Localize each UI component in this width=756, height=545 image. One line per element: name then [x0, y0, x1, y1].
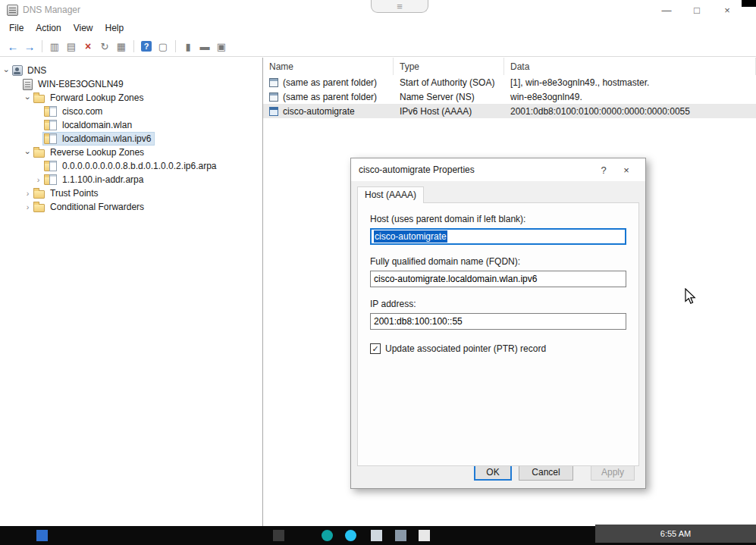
menu-view[interactable]: View: [67, 20, 99, 36]
ip-address-input[interactable]: [370, 313, 626, 330]
tab-host-aaaa[interactable]: Host (AAAA): [357, 186, 424, 203]
chevron-down-icon[interactable]: ›: [23, 93, 33, 103]
show-hide-console-tree-icon[interactable]: ▥: [46, 39, 63, 54]
host-input[interactable]: cisco-automigrate: [370, 228, 626, 245]
tree-item-label: Conditional Forwarders: [49, 202, 144, 212]
record-row-aaaa-selected[interactable]: cisco-automigrate IPv6 Host (AAAA) 2001:…: [263, 104, 756, 118]
menu-file[interactable]: File: [3, 20, 30, 36]
tree-item-label: DNS: [27, 65, 46, 76]
tree-item-dns[interactable]: › DNS: [0, 64, 262, 77]
taskbar-app-icon-4[interactable]: [345, 530, 356, 541]
tree-item-trust-points[interactable]: › Trust Points: [0, 186, 262, 200]
properties-icon[interactable]: ▤: [63, 39, 80, 54]
screen-corner: [742, 0, 756, 7]
delete-icon[interactable]: ×: [80, 39, 96, 54]
taskbar-app-icon-7[interactable]: [419, 530, 430, 541]
record-data: 2001:0db8:0100:0100:0000:0000:0000:0055: [504, 106, 756, 117]
dns-root-icon: [12, 65, 23, 76]
record-data: [1], win-e8e3ognln49., hostmaster.: [504, 77, 756, 88]
console-tree-pane: › DNS WIN-E8E3OGNLN49 › Forward Lookup Z…: [0, 58, 263, 526]
help-glyph: ?: [141, 41, 152, 52]
chevron-down-icon[interactable]: ›: [23, 148, 33, 158]
list-header: Name Type Data: [263, 58, 756, 75]
dialog-tabs: Host (AAAA): [351, 186, 645, 202]
fqdn-label: Fully qualified domain name (FQDN):: [370, 256, 626, 267]
check-icon: ✓: [372, 344, 378, 354]
record-name: (same as parent folder): [283, 92, 377, 102]
clock-time: 6:55 AM: [660, 529, 691, 538]
ip-address-label: IP address:: [370, 299, 626, 309]
toolbar-separator: [133, 40, 134, 52]
taskbar-app-icon-6[interactable]: [395, 530, 406, 541]
help-icon[interactable]: ?: [138, 39, 155, 54]
taskbar-app-icon-5[interactable]: [371, 530, 382, 541]
selected-tree-item[interactable]: localdomain.wlan.ipv6: [43, 133, 154, 145]
window-controls: — □ ×: [651, 0, 742, 20]
new-window-icon[interactable]: ▢: [155, 39, 171, 54]
tree-item-server[interactable]: WIN-E8E3OGNLN49: [0, 77, 262, 91]
dialog-close-button[interactable]: ×: [615, 164, 638, 176]
screen-overlay-tab[interactable]: ≡: [371, 0, 428, 13]
column-header-type[interactable]: Type: [394, 58, 504, 75]
record-type: Start of Authority (SOA): [394, 77, 504, 88]
record-type: IPv6 Host (AAAA): [394, 106, 504, 117]
tree-item-label: Forward Lookup Zones: [49, 92, 143, 103]
tree-item-conditional-forwarders[interactable]: › Conditional Forwarders: [0, 200, 262, 214]
tree-item-label: Trust Points: [49, 188, 99, 199]
mouse-cursor: [685, 288, 696, 305]
chevron-right-icon[interactable]: ›: [23, 202, 33, 212]
chevron-right-icon[interactable]: ›: [23, 189, 33, 199]
server-icon: [23, 79, 33, 90]
record-row-soa[interactable]: (same as parent folder) Start of Authori…: [263, 75, 756, 89]
tree-item-localdomain-wlan[interactable]: localdomain.wlan: [0, 118, 262, 132]
menu-action[interactable]: Action: [30, 20, 67, 36]
ptr-checkbox[interactable]: ✓: [370, 343, 381, 354]
column-header-data[interactable]: Data: [504, 58, 756, 75]
view-list-icon[interactable]: ▬: [196, 39, 213, 54]
maximize-button[interactable]: □: [682, 0, 712, 20]
taskbar-app-icon-1[interactable]: [36, 530, 48, 541]
tree-item-cisco-com[interactable]: cisco.com: [0, 105, 262, 118]
taskbar-clock[interactable]: 6:55 AM: [595, 525, 756, 543]
selected-text: cisco-automigrate: [374, 230, 447, 243]
menu-bar: File Action View Help: [0, 20, 756, 36]
create-record-icon[interactable]: ▮: [180, 39, 196, 54]
tree-item-forward-lookup-zones[interactable]: › Forward Lookup Zones: [0, 91, 262, 105]
taskbar-app-icon-3[interactable]: [322, 530, 333, 541]
dialog-tab-page: Host (uses parent domain if left blank):…: [357, 202, 639, 466]
dialog-help-button[interactable]: ?: [592, 164, 615, 176]
back-icon[interactable]: ←: [5, 39, 21, 54]
refresh-icon[interactable]: ↻: [96, 39, 113, 54]
properties-dialog: cisco-automigrate Properties ? × Host (A…: [350, 158, 646, 489]
record-icon: [269, 107, 278, 116]
folder-icon: [33, 149, 45, 158]
folder-icon: [33, 95, 45, 103]
forward-icon[interactable]: →: [21, 39, 38, 54]
zone-icon: [44, 177, 55, 185]
tree-item-ip6-arpa-zone[interactable]: 0.0.0.0.0.0.0.0.8.b.d.0.1.0.0.2.ip6.arpa: [0, 159, 262, 173]
chevron-down-icon[interactable]: ›: [2, 66, 11, 76]
fqdn-input[interactable]: [370, 271, 626, 287]
menu-help[interactable]: Help: [99, 20, 130, 36]
record-icon: [269, 78, 278, 87]
column-header-name[interactable]: Name: [263, 58, 394, 75]
close-button[interactable]: ×: [712, 0, 742, 20]
dialog-titlebar: cisco-automigrate Properties ? ×: [351, 158, 645, 181]
tree-item-label: localdomain.wlan.ipv6: [61, 133, 151, 144]
window-title: DNS Manager: [23, 5, 80, 15]
export-list-icon[interactable]: ▦: [113, 39, 130, 54]
record-type: Name Server (NS): [394, 92, 504, 102]
toolbar-separator: [175, 40, 176, 52]
tree-item-label: WIN-E8E3OGNLN49: [37, 79, 124, 89]
tree-item-reverse-lookup-zones[interactable]: › Reverse Lookup Zones: [0, 146, 262, 159]
taskbar-app-icon-2[interactable]: [273, 530, 284, 541]
tree-item-in-addr-arpa-zone[interactable]: › 1.1.100.in-addr.arpa: [0, 173, 262, 186]
minimize-button[interactable]: —: [651, 0, 682, 20]
tree-item-label: 0.0.0.0.0.0.0.0.8.b.d.0.1.0.0.2.ip6.arpa: [61, 161, 217, 171]
record-row-ns[interactable]: (same as parent folder) Name Server (NS)…: [263, 89, 756, 104]
view-details-icon[interactable]: ▣: [213, 39, 230, 54]
ptr-checkbox-label: Update associated pointer (PTR) record: [385, 343, 546, 354]
chevron-right-icon[interactable]: ›: [33, 175, 43, 185]
dns-manager-app-icon: [7, 5, 18, 16]
tree-item-localdomain-wlan-ipv6[interactable]: localdomain.wlan.ipv6: [0, 132, 262, 146]
